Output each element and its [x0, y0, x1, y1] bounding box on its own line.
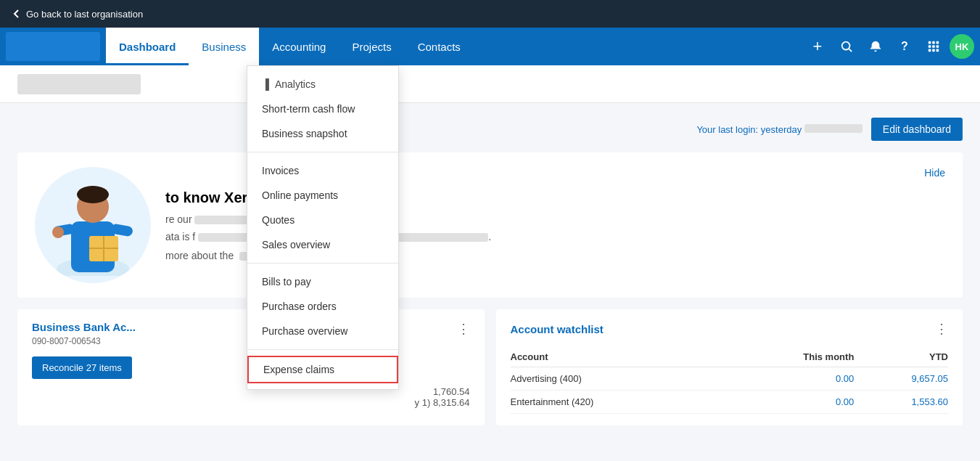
svg-point-17 [52, 227, 64, 238]
dropdown-section-sales: Invoices Online payments Quotes Sales ov… [247, 152, 398, 263]
watchlist-row-2: Entertainment (420) 0.00 1,553.60 [511, 391, 949, 414]
help-button[interactable]: ? [892, 33, 918, 60]
dropdown-purchase-orders[interactable]: Purchase orders [247, 294, 398, 319]
dropdown-purchase-overview[interactable]: Purchase overview [247, 319, 398, 343]
notifications-button[interactable] [862, 33, 889, 60]
main-content: Your last login: yesterday Edit dashboar… [0, 103, 980, 461]
last-login-blurred [804, 124, 862, 133]
watchlist-month-1: 0.00 [724, 367, 854, 391]
business-dropdown: ▐ Analytics Short-term cash flow Busines… [247, 65, 399, 390]
nav-right: + ? HK [804, 28, 974, 65]
dropdown-short-term-cash-flow[interactable]: Short-term cash flow [247, 97, 398, 121]
add-button[interactable]: + [804, 33, 831, 60]
dropdown-bills-to-pay[interactable]: Bills to pay [247, 269, 398, 294]
svg-rect-5 [928, 45, 931, 48]
watchlist-row-1: Advertising (400) 0.00 9,657.05 [511, 367, 949, 391]
watchlist-menu[interactable]: ⋮ [935, 321, 948, 337]
svg-rect-7 [936, 45, 939, 48]
watchlist-card: Account watchlist ⋮ Account This month Y… [496, 309, 963, 425]
dropdown-sales-overview[interactable]: Sales overview [247, 232, 398, 257]
bank-card-title: Business Bank Ac... [32, 321, 136, 333]
dropdown-section-expenses: Expense claims [247, 349, 398, 389]
svg-rect-4 [936, 41, 939, 44]
bank-account-number: 090-8007-006543 [32, 336, 136, 346]
watchlist-col-account: Account [511, 347, 724, 367]
top-actions: Your last login: yesterday Edit dashboar… [17, 118, 963, 141]
dropdown-analytics[interactable]: ▐ Analytics [247, 72, 398, 97]
watchlist-account-2: Entertainment (420) [511, 391, 724, 414]
welcome-illustration [35, 167, 151, 283]
watchlist-ytd-2: 1,553.60 [854, 391, 948, 414]
user-avatar[interactable]: HK [950, 34, 974, 59]
last-login-info: Your last login: yesterday [696, 124, 862, 135]
dropdown-section-purchases: Bills to pay Purchase orders Purchase ov… [247, 263, 398, 349]
dropdown-online-payments[interactable]: Online payments [247, 183, 398, 208]
bottom-row: Business Bank Ac... 090-8007-006543 ⋮ Re… [17, 309, 963, 425]
watchlist-table: Account This month YTD Advertising (400)… [511, 347, 949, 414]
watchlist-title: Account watchlist [511, 323, 604, 335]
analytics-icon: ▐ [262, 78, 269, 90]
svg-rect-8 [928, 49, 931, 52]
nav-dashboard[interactable]: Dashboard [106, 28, 189, 65]
watchlist-col-this-month: This month [724, 347, 854, 367]
svg-rect-2 [928, 41, 931, 44]
svg-rect-3 [932, 41, 935, 44]
watchlist-ytd-1: 9,657.05 [854, 367, 948, 391]
nav-bar: Dashboard Business Accounting Projects C… [0, 28, 980, 65]
top-bar: Go back to last organisation [0, 0, 980, 28]
dropdown-expense-claims[interactable]: Expense claims [247, 356, 398, 383]
nav-projects[interactable]: Projects [339, 28, 404, 65]
back-label: Go back to last organisation [26, 9, 143, 20]
nav-links: Dashboard Business Accounting Projects C… [106, 28, 474, 65]
hide-button[interactable]: Hide [924, 167, 945, 179]
sub-header [0, 65, 980, 103]
search-icon-button[interactable] [833, 33, 860, 60]
svg-point-0 [842, 42, 850, 50]
svg-line-1 [849, 49, 852, 52]
dropdown-invoices[interactable]: Invoices [247, 158, 398, 183]
watchlist-header: Account watchlist ⋮ [511, 321, 949, 337]
edit-dashboard-button[interactable]: Edit dashboard [871, 118, 963, 141]
watchlist-month-2: 0.00 [724, 391, 854, 414]
svg-rect-9 [932, 49, 935, 52]
reconcile-button[interactable]: Reconcile 27 items [32, 356, 132, 379]
dropdown-section-analytics: ▐ Analytics Short-term cash flow Busines… [247, 66, 398, 152]
svg-rect-6 [932, 45, 935, 48]
nav-accounting[interactable]: Accounting [259, 28, 339, 65]
svg-point-14 [77, 186, 109, 203]
nav-business[interactable]: Business [189, 28, 259, 65]
dropdown-quotes[interactable]: Quotes [247, 208, 398, 232]
org-logo [17, 74, 141, 94]
nav-logo[interactable] [6, 32, 100, 61]
apps-grid-button[interactable] [921, 33, 947, 60]
watchlist-col-ytd: YTD [854, 347, 948, 367]
dropdown-business-snapshot[interactable]: Business snapshot [247, 121, 398, 146]
bank-card-menu[interactable]: ⋮ [457, 321, 470, 337]
watchlist-account-1: Advertising (400) [511, 367, 724, 391]
svg-rect-10 [936, 49, 939, 52]
welcome-card: to know Xero re our ata is f . more abou… [17, 152, 963, 298]
nav-contacts[interactable]: Contacts [405, 28, 474, 65]
back-to-org-button[interactable]: Go back to last organisation [12, 9, 143, 20]
